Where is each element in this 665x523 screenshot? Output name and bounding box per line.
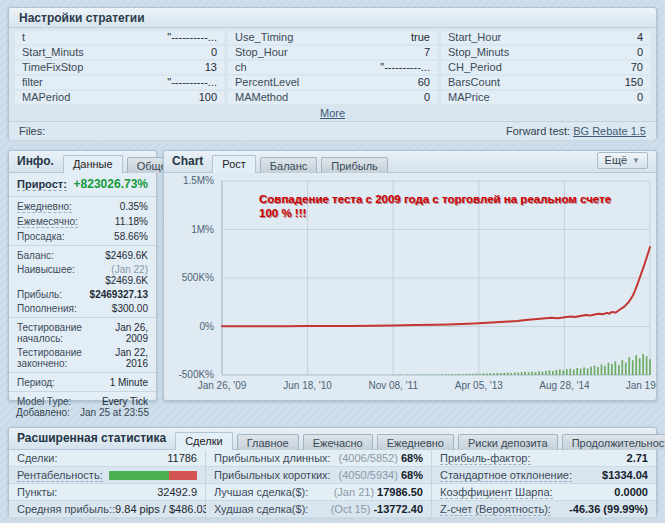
std-dev-label: Стандартное отклонение: <box>440 469 572 482</box>
short-wins-label: Прибыльных коротких: <box>214 469 331 481</box>
svg-text:Совпадение теста с 2009 года с: Совпадение теста с 2009 года с торговлей… <box>259 193 611 205</box>
svg-text:500K%: 500K% <box>182 272 214 283</box>
param-value: 0 <box>424 91 430 104</box>
forward-test-label: Forward test: <box>506 125 570 137</box>
stats-tabbar: Расширенная статистика Сделки Главное Еж… <box>9 428 656 450</box>
tab-growth[interactable]: Рост <box>212 155 256 173</box>
short-wins-prefix: (4050/5934) <box>339 469 398 481</box>
gain-label: Прирост: <box>17 178 67 191</box>
worst-trade-date: (Oct 15) <box>331 503 371 515</box>
param-value: 100 <box>199 91 217 104</box>
short-wins-value: (4050/5934) 68% <box>339 469 423 481</box>
added-row: Добавлено: Jan 25 at 23:55 <box>8 407 157 418</box>
stats-panel-title: Расширенная статистика <box>17 428 166 449</box>
param-name: t <box>22 31 25 44</box>
tab-hourly[interactable]: Ежечасно <box>303 434 373 450</box>
param-name: ch <box>235 61 247 74</box>
settings-files-row: Files: Forward test: BG Rebate 1.5 <box>9 121 656 140</box>
profitability-bar-green <box>109 471 169 480</box>
tab-main[interactable]: Главное <box>237 434 299 450</box>
tab-balance[interactable]: Баланс <box>260 157 317 173</box>
settings-column-3: Start_Hour4 Stop_Minuts0 CH_Period70 Bar… <box>441 31 650 106</box>
param-value: 70 <box>631 61 643 74</box>
long-wins-prefix: (4006/5852) <box>339 452 398 464</box>
period-label: Период: <box>17 377 55 388</box>
svg-text:Nov 08, '11: Nov 08, '11 <box>368 380 418 391</box>
highest-date: (Jan 22) <box>111 264 148 275</box>
param-row: MAMethod0 <box>228 91 437 104</box>
param-row: Start_Minuts0 <box>15 46 224 59</box>
chevron-down-icon: ▼ <box>632 153 640 168</box>
short-wins-row: Прибыльных коротких:(4050/5934) 68% <box>206 467 431 484</box>
param-row: Stop_Hour7 <box>228 46 437 59</box>
sharpe-wrap: 0.0000 <box>614 486 648 498</box>
sharpe-label: Коэффициент Шарпа: <box>440 486 553 499</box>
param-row: ch"----------... <box>228 61 437 74</box>
deposits-label: Пополнения: <box>17 303 77 314</box>
info-tabbar: Инфо. Данные Общее <box>9 151 156 173</box>
param-name: MAMethod <box>235 91 288 104</box>
drawdown-row: Просадка:58.66% <box>9 229 156 243</box>
gain-row: Прирост: +823026.73% <box>9 173 156 194</box>
tab-deposit-risks[interactable]: Риски депозита <box>458 434 558 450</box>
highest-amount: $2469.6K <box>105 275 148 286</box>
test-start-value: Jan 26, 2009 <box>104 322 148 344</box>
highest-value: (Jan 22) $2469.6K <box>75 264 148 286</box>
tab-data[interactable]: Данные <box>63 155 123 173</box>
trades-label: Сделки: <box>17 452 58 464</box>
settings-panel-title: Настройки стратегии <box>9 8 656 28</box>
param-value: 0 <box>637 91 643 104</box>
monthly-row: Ежемесячно:11.18% <box>9 214 156 229</box>
avg-profit-row: Средняя прибыль::9.84 pips / $486.03 <box>9 501 205 518</box>
best-trade-amount: 17986.50 <box>377 486 423 498</box>
highest-label: Наивысшее: <box>17 264 75 286</box>
drawdown-label: Просадка: <box>17 231 65 242</box>
tab-daily[interactable]: Ежедневно <box>377 434 454 450</box>
avg-profit-value: 9.84 pips / $486.03 <box>115 503 209 515</box>
param-value: 60 <box>418 76 430 89</box>
divider <box>9 372 156 373</box>
chart-more-button[interactable]: Ещё ▼ <box>597 152 648 169</box>
worst-trade-label: Худшая сделка($): <box>214 503 308 515</box>
param-row: BarsCount150 <box>441 76 650 89</box>
svg-text:Jan 26, '09: Jan 26, '09 <box>198 380 247 391</box>
chart-panel: Chart Рост Баланс Прибыль Ещё ▼ Jan 26, … <box>163 150 657 401</box>
tab-profit[interactable]: Прибыль <box>321 157 388 173</box>
param-name: Stop_Hour <box>235 46 288 59</box>
files-label: Files: <box>19 122 45 140</box>
tab-trades[interactable]: Сделки <box>175 432 233 450</box>
pips-row: Пункты:32492.9 <box>9 484 205 501</box>
monthly-label: Ежемесячно: <box>17 216 78 228</box>
zscore-label: Z-счет (Вероятность): <box>440 503 551 516</box>
profit-label: Прибыль: <box>17 289 62 300</box>
forward-test-link[interactable]: BG Rebate 1.5 <box>573 125 646 137</box>
profit-factor-label: Прибыль-фактор: <box>440 452 531 465</box>
param-value: 0 <box>637 46 643 59</box>
param-name: Start_Minuts <box>22 46 84 59</box>
param-row: Start_Hour4 <box>441 31 650 44</box>
daily-value: 0.35% <box>120 201 148 213</box>
deposits-row: Пополнения:$300.00 <box>9 301 156 315</box>
param-value: "----------... <box>167 76 217 89</box>
chart-tabbar: Chart Рост Баланс Прибыль Ещё ▼ <box>164 151 656 173</box>
stats-column-1: Сделки:11786 Рентабельность: Пункты:3249… <box>9 450 206 518</box>
balance-value: $2469.6K <box>105 250 148 261</box>
tab-duration[interactable]: Продолжительность <box>562 434 665 450</box>
pips-label: Пункты: <box>17 486 57 498</box>
highest-row: Наивысшее:(Jan 22) $2469.6K <box>9 262 156 287</box>
param-value: 13 <box>205 61 217 74</box>
std-dev-value: $1334.04 <box>602 469 648 481</box>
param-value: "----------... <box>167 31 217 44</box>
svg-text:-500K%: -500K% <box>178 369 214 380</box>
long-wins-value: (4006/5852) 68% <box>339 452 423 464</box>
info-panel: Инфо. Данные Общее Прирост: +823026.73% … <box>8 150 157 401</box>
param-row: TimeFixStop13 <box>15 61 224 74</box>
test-start-row: Тестирование началось:Jan 26, 2009 <box>9 320 156 345</box>
trades-row: Сделки:11786 <box>9 450 205 467</box>
param-value: true <box>411 31 430 44</box>
divider <box>9 196 156 197</box>
stats-column-3: Прибыль-фактор:2.71 Стандартное отклонен… <box>432 450 656 518</box>
svg-text:100 % !!!: 100 % !!! <box>259 207 306 219</box>
more-params-link[interactable]: More <box>320 107 345 119</box>
test-end-label: Тестирование закончено: <box>17 347 105 369</box>
